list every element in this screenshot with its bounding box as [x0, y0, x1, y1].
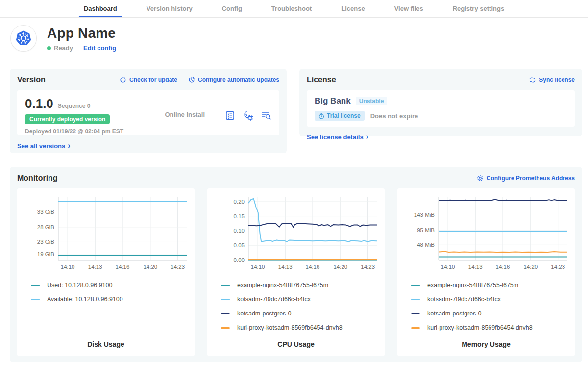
see-license-details-label: See license details [307, 133, 364, 141]
version-card: Version Check for update Configure au [10, 69, 287, 153]
series-swatch [221, 327, 230, 329]
svg-text:14:20: 14:20 [523, 264, 538, 270]
license-details-panel: Big Bank Unstable Trial license Does not… [307, 90, 575, 127]
view-logs-icon[interactable] [261, 110, 271, 121]
svg-text:14:13: 14:13 [468, 264, 483, 270]
svg-text:95 MiB: 95 MiB [417, 227, 435, 233]
version-card-title: Version [17, 76, 46, 84]
memory-usage-chart: 14:1014:1314:1614:2014:2348 MiB95 MiB143… [400, 192, 572, 277]
currently-deployed-badge: Currently deployed version [25, 114, 110, 124]
legend-item: kurl-proxy-kotsadm-8569fb6454-dnvh8 [411, 324, 572, 331]
svg-text:19 GiB: 19 GiB [37, 251, 54, 257]
series-label: example-nginx-54f8f76755-l675m [427, 282, 518, 288]
channel-badge: Unstable [356, 97, 388, 105]
tab-registry-settings[interactable]: Registry settings [452, 0, 505, 17]
memory-usage-legend: example-nginx-54f8f76755-l675m kotsadm-7… [411, 282, 572, 331]
cpu-usage-chart-card: 14:1014:1314:1614:2014:230.000.050.100.1… [207, 188, 385, 356]
series-label: kotsadm-7f9dc7d66c-b4tcx [427, 296, 501, 303]
kots-dashboard-page: Dashboard Version history Config Trouble… [0, 0, 588, 366]
svg-text:48 MiB: 48 MiB [417, 242, 435, 248]
legend-item: Used: 10.128.0.96:9100 [31, 282, 192, 288]
legend-item: kotsadm-postgres-0 [221, 310, 382, 317]
svg-text:0.15: 0.15 [234, 213, 245, 219]
svg-text:14:23: 14:23 [361, 264, 375, 270]
edit-config-link[interactable]: Edit config [83, 44, 116, 52]
legend-item: Available: 10.128.0.96:9100 [31, 296, 192, 303]
series-swatch [31, 285, 40, 286]
legend-item: example-nginx-54f8f76755-l675m [411, 282, 572, 288]
disk-usage-title: Disk Usage [17, 340, 195, 348]
license-expiry: Does not expire [370, 112, 418, 120]
series-label: Available: 10.128.0.96:9100 [47, 296, 123, 303]
trial-license-label: Trial license [327, 112, 361, 119]
legend-item: kotsadm-7f9dc7d66c-b4tcx [221, 296, 382, 303]
tab-dashboard[interactable]: Dashboard [83, 0, 118, 17]
sync-license-label: Sync license [539, 77, 575, 83]
sync-icon [529, 77, 536, 83]
refresh-icon [120, 77, 126, 83]
see-all-versions-link[interactable]: See all versions › [17, 142, 71, 150]
license-card-title: License [307, 76, 336, 84]
install-type-label: Online Install [165, 111, 205, 118]
svg-text:14:10: 14:10 [251, 264, 265, 270]
configure-automatic-updates-link[interactable]: Configure automatic updates [188, 77, 279, 83]
monitoring-card: Monitoring Configure Prometheus Address … [10, 167, 582, 362]
series-label: kotsadm-postgres-0 [237, 310, 291, 317]
legend-item: kotsadm-postgres-0 [411, 310, 572, 317]
chevron-right-icon: › [366, 133, 368, 141]
app-name-title: App Name [47, 26, 116, 41]
series-swatch [411, 299, 420, 300]
svg-text:14:16: 14:16 [116, 264, 130, 270]
legend-item: example-nginx-54f8f76755-l675m [221, 282, 382, 288]
svg-text:33 GiB: 33 GiB [37, 209, 54, 215]
tab-troubleshoot[interactable]: Troubleshoot [270, 0, 313, 17]
cpu-usage-legend: example-nginx-54f8f76755-l675m kotsadm-7… [221, 282, 382, 331]
svg-text:14:10: 14:10 [61, 264, 75, 270]
disk-usage-chart: 14:1014:1314:1614:2014:2319 GiB23 GiB28 … [20, 192, 192, 277]
sequence-label: Sequence 0 [58, 103, 91, 109]
svg-text:14:10: 14:10 [441, 264, 455, 270]
svg-text:14:16: 14:16 [496, 264, 510, 270]
deployed-timestamp: Deployed 01/19/22 @ 02:04 pm EST [25, 128, 165, 135]
license-card: License Sync license Big Bank Unstable [299, 69, 582, 136]
svg-text:14:20: 14:20 [333, 264, 347, 270]
check-for-update-link[interactable]: Check for update [120, 77, 177, 83]
check-for-update-label: Check for update [129, 77, 177, 83]
cpu-usage-title: CPU Usage [207, 340, 385, 348]
app-header: App Name Ready Edit config [11, 26, 116, 52]
series-swatch [221, 313, 230, 314]
memory-usage-title: Memory Usage [397, 340, 575, 348]
svg-text:14:13: 14:13 [88, 264, 102, 270]
configure-prometheus-label: Configure Prometheus Address [487, 175, 575, 182]
svg-text:14:13: 14:13 [278, 264, 293, 270]
tab-license[interactable]: License [340, 0, 366, 17]
stopwatch-icon [318, 113, 324, 119]
tab-view-files[interactable]: View files [393, 0, 424, 17]
monitoring-title: Monitoring [17, 174, 58, 183]
top-nav: Dashboard Version history Config Trouble… [0, 0, 588, 18]
configure-prometheus-link[interactable]: Configure Prometheus Address [477, 175, 575, 182]
preflight-checks-icon[interactable] [224, 110, 235, 121]
customer-name: Big Bank [315, 96, 351, 106]
legend-item: kurl-proxy-kotsadm-8569fb6454-dnvh8 [221, 324, 382, 331]
sync-license-link[interactable]: Sync license [529, 77, 575, 83]
svg-text:23 GiB: 23 GiB [37, 239, 54, 245]
svg-text:14:23: 14:23 [171, 264, 185, 270]
svg-text:14:16: 14:16 [306, 264, 320, 270]
legend-item: kotsadm-7f9dc7d66c-b4tcx [411, 296, 572, 303]
series-label: kotsadm-postgres-0 [427, 310, 481, 317]
chevron-right-icon: › [68, 142, 70, 150]
svg-text:28 GiB: 28 GiB [37, 224, 54, 230]
tab-config[interactable]: Config [221, 0, 243, 17]
see-license-details-link[interactable]: See license details › [307, 133, 368, 141]
series-swatch [411, 313, 420, 314]
ready-status-dot [47, 46, 51, 50]
series-swatch [221, 285, 230, 286]
config-wrench-icon[interactable] [243, 110, 253, 121]
svg-text:143 MiB: 143 MiB [414, 212, 435, 218]
series-swatch [411, 327, 420, 329]
tab-version-history[interactable]: Version history [146, 0, 194, 17]
cpu-usage-chart: 14:1014:1314:1614:2014:230.000.050.100.1… [210, 192, 382, 277]
series-label: example-nginx-54f8f76755-l675m [237, 282, 328, 288]
version-number: 0.1.0 [25, 96, 53, 111]
